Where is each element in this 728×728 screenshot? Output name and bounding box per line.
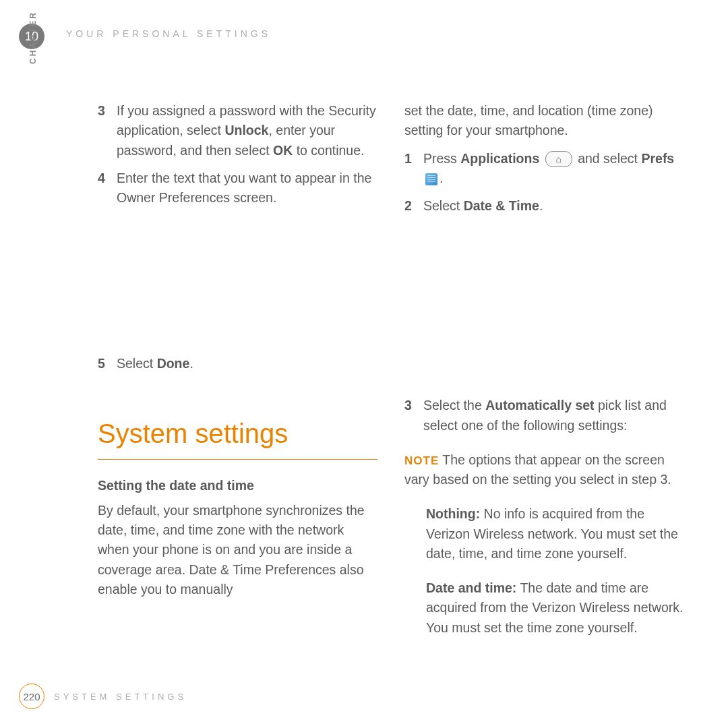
definition-nothing: Nothing: No info is acquired from the Ve… — [426, 504, 684, 564]
step-number: 3 — [98, 101, 117, 160]
chapter-label: CHAPTER — [28, 11, 38, 64]
screenshot-placeholder — [98, 216, 377, 354]
step-body: Select the Automatically set pick list a… — [423, 396, 684, 435]
section-heading: System settings — [98, 413, 377, 460]
intro-paragraph: By default, your smartphone synchronizes… — [98, 501, 377, 599]
page-header-title: YOUR PERSONAL SETTINGS — [66, 28, 271, 39]
bold-date-time: Date & Time — [464, 198, 539, 213]
text: and select — [578, 151, 641, 166]
step-4: 4 Enter the text that you want to appear… — [98, 169, 377, 208]
text: to continue. — [293, 143, 364, 158]
step-number: 5 — [98, 354, 117, 373]
step-number: 1 — [404, 149, 423, 189]
text: Select the — [423, 398, 485, 413]
step-body: Select Date & Time. — [423, 196, 684, 216]
step-body: Enter the text that you want to appear i… — [117, 169, 377, 208]
prefs-icon — [425, 173, 437, 185]
footer-title: SYSTEM SETTINGS — [54, 692, 187, 702]
bold-unlock: Unlock — [224, 123, 268, 138]
text: . — [539, 198, 543, 213]
bold-applications: Applications — [460, 151, 539, 166]
step-5: 5 Select Done. — [98, 354, 377, 373]
step-1: 1 Press Applications ⌂ and select Prefs … — [404, 149, 684, 189]
content-columns: 3 If you assigned a password with the Se… — [98, 101, 684, 647]
right-column: set the date, time, and location (time z… — [404, 101, 684, 647]
step-body: Select Done. — [117, 354, 377, 373]
text: Select — [117, 356, 157, 371]
definition-date-time: Date and time: The date and time are acq… — [426, 578, 684, 638]
step-3-right: 3 Select the Automatically set pick list… — [404, 396, 684, 435]
continuation-paragraph: set the date, time, and location (time z… — [404, 101, 684, 141]
term: Nothing: — [426, 506, 480, 521]
page-footer: 220 SYSTEM SETTINGS — [19, 684, 187, 709]
text: . — [439, 171, 443, 185]
home-key-icon: ⌂ — [545, 151, 572, 167]
text: Select — [423, 198, 464, 213]
step-body: Press Applications ⌂ and select Prefs . — [423, 149, 684, 189]
step-number: 4 — [98, 169, 117, 208]
bold-ok: OK — [273, 143, 293, 158]
screenshot-placeholder — [404, 224, 684, 396]
text: . — [189, 356, 193, 371]
bold-done: Done — [157, 356, 190, 371]
left-column: 3 If you assigned a password with the Se… — [98, 101, 377, 647]
step-2: 2 Select Date & Time. — [404, 196, 684, 216]
bold-auto-set: Automatically set — [485, 398, 594, 413]
subsection-heading: Setting the date and time — [98, 476, 377, 495]
page-number: 220 — [19, 684, 44, 709]
note-block: NOTE The options that appear on the scre… — [404, 450, 684, 490]
text: Press — [423, 151, 460, 166]
note-label: NOTE — [404, 454, 439, 467]
step-number: 2 — [404, 196, 423, 216]
bold-prefs: Prefs — [641, 151, 674, 166]
note-text: The options that appear on the screen va… — [404, 452, 671, 487]
step-body: If you assigned a password with the Secu… — [117, 101, 377, 160]
term: Date and time: — [426, 580, 516, 595]
step-3: 3 If you assigned a password with the Se… — [98, 101, 377, 160]
step-number: 3 — [404, 396, 423, 435]
